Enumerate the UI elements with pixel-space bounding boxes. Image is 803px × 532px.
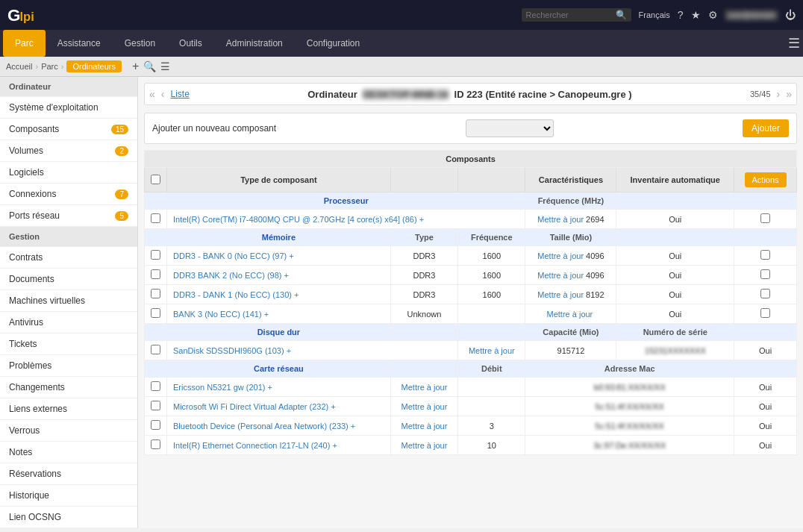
sidebar-item-syst-me-d-exploitation[interactable]: Système d'exploitation: [0, 97, 137, 119]
last-record-btn[interactable]: »: [786, 88, 792, 100]
bookmark-icon[interactable]: ★: [691, 9, 701, 21]
liste-link[interactable]: Liste: [170, 89, 189, 99]
sidebar-item-documents[interactable]: Documents: [0, 269, 137, 290]
sidebar-item-connexions[interactable]: Connexions7: [0, 184, 137, 205]
nav-gestion[interactable]: Gestion: [113, 30, 167, 57]
sidebar-item-probl-mes[interactable]: Problèmes: [0, 355, 137, 377]
inventaire-checkbox[interactable]: [760, 289, 770, 298]
disque-link[interactable]: SanDisk SDSSDHI960G (103): [173, 346, 284, 355]
carte-link[interactable]: Intel(R) Ethernet Connection I217-LN (24…: [173, 441, 330, 450]
table-row: Ericsson N5321 gw (201) + Mettre à jour …: [145, 378, 797, 397]
prev-record-btn[interactable]: ‹: [161, 88, 165, 100]
sidebar-item-composants[interactable]: Composants15: [0, 119, 137, 140]
plus-btn[interactable]: +: [284, 271, 289, 280]
power-icon[interactable]: ⏻: [785, 9, 796, 21]
plus-btn[interactable]: +: [332, 441, 337, 450]
plus-btn[interactable]: +: [331, 402, 335, 411]
update-btn[interactable]: Mettre à jour: [537, 215, 584, 224]
row-checkbox[interactable]: [151, 381, 160, 391]
hamburger-icon[interactable]: ☰: [788, 35, 800, 51]
memoire-action-cell: Mettre à jour: [525, 304, 616, 324]
row-checkbox[interactable]: [151, 420, 160, 430]
plus-btn[interactable]: +: [294, 290, 299, 299]
sidebar-item-machines-virtuelles[interactable]: Machines virtuelles: [0, 290, 137, 312]
plus-btn[interactable]: +: [287, 346, 291, 355]
sidebar-item-r-servations[interactable]: Réservations: [0, 463, 137, 485]
nav-assistance[interactable]: Assistance: [46, 30, 113, 57]
row-checkbox[interactable]: [151, 439, 160, 449]
sidebar-item-volumes[interactable]: Volumes2: [0, 140, 137, 162]
sidebar-item-contrats[interactable]: Contrats: [0, 247, 137, 269]
update-btn[interactable]: Mettre à jour: [402, 402, 448, 411]
update-btn[interactable]: Mettre à jour: [469, 346, 515, 355]
update-btn[interactable]: Mettre à jour: [547, 310, 593, 319]
update-btn[interactable]: Mettre à jour: [537, 290, 584, 299]
row-checkbox[interactable]: [151, 308, 160, 318]
nav-parc[interactable]: Parc: [3, 30, 46, 57]
row-checkbox[interactable]: [151, 345, 160, 354]
memoire-link[interactable]: DDR3 BANK 2 (No ECC) (98): [173, 271, 281, 280]
sidebar-item-notes[interactable]: Notes: [0, 442, 137, 463]
memoire-link[interactable]: DDR3 - BANK 0 (No ECC) (97): [173, 251, 287, 260]
add-composant-button[interactable]: Ajouter: [743, 119, 789, 137]
sidebar-item-ordinateur[interactable]: Ordinateur: [0, 77, 137, 97]
add-icon[interactable]: +: [132, 60, 139, 73]
sidebar-item-verrous[interactable]: Verrous: [0, 420, 137, 442]
memoire-link[interactable]: BANK 3 (No ECC) (141): [173, 310, 262, 319]
list-icon[interactable]: ☰: [160, 60, 170, 72]
sidebar-item-logiciels[interactable]: Logiciels: [0, 162, 137, 184]
inventaire-checkbox[interactable]: [760, 308, 770, 318]
inventaire-checkbox[interactable]: [760, 250, 770, 260]
sidebar-item-gestion[interactable]: Gestion: [0, 227, 137, 247]
content-area: « ‹ Liste Ordinateur DESKTOP-MNB-16 ID 2…: [138, 77, 803, 528]
sidebar-item-liens-externes[interactable]: Liens externes: [0, 398, 137, 420]
row-checkbox[interactable]: [151, 213, 160, 223]
row-checkbox[interactable]: [151, 269, 160, 279]
plus-btn[interactable]: +: [268, 383, 272, 392]
nav-outils[interactable]: Outils: [167, 30, 214, 57]
first-record-btn[interactable]: «: [149, 88, 155, 100]
next-record-btn[interactable]: ›: [777, 88, 781, 100]
search-input[interactable]: [526, 10, 616, 19]
sidebar-item-antivirus[interactable]: Antivirus: [0, 312, 137, 334]
row-checkbox[interactable]: [151, 289, 160, 298]
sidebar-item-tickets[interactable]: Tickets: [0, 334, 137, 355]
inventaire-checkbox[interactable]: [760, 269, 770, 279]
search-icon[interactable]: 🔍: [616, 10, 627, 20]
carte-link[interactable]: Ericsson N5321 gw (201): [173, 383, 266, 392]
composant-type-select[interactable]: Processeur Mémoire Disque dur Carte rése…: [466, 119, 554, 137]
breadcrumb-parc[interactable]: Parc: [41, 62, 58, 71]
plus-btn[interactable]: +: [289, 251, 293, 260]
nav-configuration[interactable]: Configuration: [295, 30, 372, 57]
actions-button[interactable]: Actions: [745, 172, 787, 187]
update-btn[interactable]: Mettre à jour: [402, 383, 448, 392]
carte-link[interactable]: Bluetooth Device (Personal Area Network)…: [173, 422, 349, 431]
sidebar-item-ports-r-seau[interactable]: Ports réseau5: [0, 205, 137, 227]
breadcrumb-accueil[interactable]: Accueil: [6, 62, 32, 71]
update-btn[interactable]: Mettre à jour: [537, 251, 584, 260]
row-checkbox[interactable]: [151, 250, 160, 260]
search-breadcrumb-icon[interactable]: 🔍: [143, 60, 156, 72]
settings-icon[interactable]: ⚙: [708, 9, 718, 21]
processeur-link[interactable]: Intel(R) Core(TM) i7-4800MQ CPU @ 2.70GH…: [173, 215, 417, 224]
memoire-link[interactable]: DDR3 - DANK 1 (No ECC) (130): [173, 290, 292, 299]
nav-administration[interactable]: Administration: [214, 30, 295, 57]
row-checkbox[interactable]: [151, 401, 160, 410]
sidebar-item-lien-ocsng[interactable]: Lien OCSNG: [0, 507, 137, 528]
sidebar-item-changements[interactable]: Changements: [0, 377, 137, 398]
sidebar-item-historique[interactable]: Historique: [0, 485, 137, 507]
carte-link[interactable]: Microsoft Wi Fi Direct Virtual Adapter (…: [173, 402, 328, 411]
select-all-checkbox[interactable]: [151, 175, 160, 184]
plus-btn[interactable]: +: [264, 310, 269, 319]
update-btn[interactable]: Mettre à jour: [402, 422, 448, 431]
header-actions[interactable]: Actions: [734, 168, 797, 193]
help-icon[interactable]: ?: [678, 9, 684, 21]
search-box[interactable]: 🔍: [522, 8, 631, 22]
plus-btn[interactable]: +: [351, 422, 355, 431]
plus-btn[interactable]: +: [419, 215, 424, 224]
breadcrumb-ordinateurs[interactable]: Ordinateurs: [66, 60, 121, 72]
inventaire-checkbox[interactable]: [760, 213, 770, 223]
update-btn[interactable]: Mettre à jour: [537, 271, 584, 280]
update-btn[interactable]: Mettre à jour: [402, 441, 448, 450]
language-selector[interactable]: Français: [639, 10, 670, 19]
